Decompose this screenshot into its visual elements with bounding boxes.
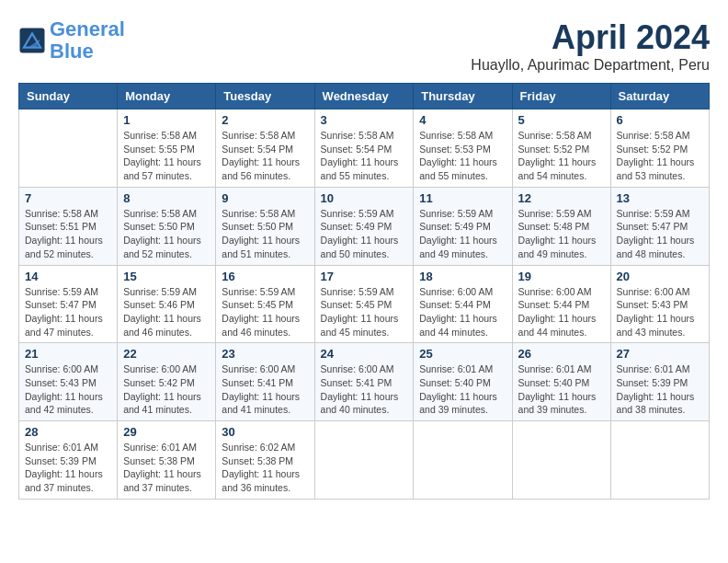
day-number: 18: [419, 270, 506, 283]
day-header-saturday: Saturday: [610, 84, 709, 109]
day-number: 7: [25, 191, 111, 205]
day-number: 24: [321, 347, 408, 361]
day-number: 21: [25, 347, 111, 361]
day-info: Sunrise: 5:59 AMSunset: 5:46 PMDaylight:…: [123, 285, 210, 339]
day-info: Sunrise: 6:00 AMSunset: 5:42 PMDaylight:…: [123, 362, 210, 417]
day-number: 27: [617, 347, 703, 361]
day-info: Sunrise: 5:58 AMSunset: 5:55 PMDaylight:…: [123, 129, 210, 183]
calendar-cell: 22Sunrise: 6:00 AMSunset: 5:42 PMDayligh…: [118, 343, 216, 421]
calendar-table: SundayMondayTuesdayWednesdayThursdayFrid…: [18, 83, 710, 500]
calendar-cell: [512, 421, 610, 500]
calendar-week-2: 7Sunrise: 5:58 AMSunset: 5:51 PMDaylight…: [19, 187, 710, 265]
day-number: 1: [123, 113, 210, 127]
day-info: Sunrise: 5:59 AMSunset: 5:47 PMDaylight:…: [25, 285, 111, 339]
calendar-cell: 9Sunrise: 5:58 AMSunset: 5:50 PMDaylight…: [216, 187, 314, 265]
day-info: Sunrise: 6:00 AMSunset: 5:41 PMDaylight:…: [222, 362, 308, 417]
day-number: 6: [617, 113, 703, 127]
day-info: Sunrise: 6:01 AMSunset: 5:40 PMDaylight:…: [518, 362, 605, 417]
day-number: 3: [321, 113, 408, 127]
calendar-header-row: SundayMondayTuesdayWednesdayThursdayFrid…: [19, 84, 710, 109]
day-number: 20: [617, 270, 703, 283]
logo-text: General Blue: [50, 18, 125, 63]
day-info: Sunrise: 6:00 AMSunset: 5:43 PMDaylight:…: [617, 285, 703, 339]
calendar-cell: 28Sunrise: 6:01 AMSunset: 5:39 PMDayligh…: [19, 421, 118, 500]
day-info: Sunrise: 6:02 AMSunset: 5:38 PMDaylight:…: [222, 441, 308, 495]
day-info: Sunrise: 5:59 AMSunset: 5:45 PMDaylight:…: [321, 285, 408, 339]
calendar-cell: 27Sunrise: 6:01 AMSunset: 5:39 PMDayligh…: [610, 343, 709, 421]
day-header-wednesday: Wednesday: [314, 84, 414, 109]
location-title: Huayllo, Apurimac Department, Peru: [471, 57, 710, 74]
calendar-cell: 4Sunrise: 5:58 AMSunset: 5:53 PMDaylight…: [414, 109, 512, 188]
calendar-cell: 1Sunrise: 5:58 AMSunset: 5:55 PMDaylight…: [118, 109, 216, 188]
calendar-cell: 13Sunrise: 5:59 AMSunset: 5:47 PMDayligh…: [610, 187, 709, 265]
day-info: Sunrise: 6:01 AMSunset: 5:38 PMDaylight:…: [123, 441, 210, 495]
calendar-week-4: 21Sunrise: 6:00 AMSunset: 5:43 PMDayligh…: [19, 343, 710, 421]
calendar-cell: 23Sunrise: 6:00 AMSunset: 5:41 PMDayligh…: [216, 343, 314, 421]
day-number: 12: [518, 191, 605, 205]
day-number: 10: [321, 191, 408, 205]
day-number: 4: [419, 113, 506, 127]
calendar-cell: 15Sunrise: 5:59 AMSunset: 5:46 PMDayligh…: [118, 265, 216, 343]
day-number: 22: [123, 347, 210, 361]
day-info: Sunrise: 5:58 AMSunset: 5:50 PMDaylight:…: [222, 207, 308, 261]
calendar-cell: 3Sunrise: 5:58 AMSunset: 5:54 PMDaylight…: [314, 109, 414, 188]
day-number: 19: [518, 270, 605, 283]
calendar-cell: 2Sunrise: 5:58 AMSunset: 5:54 PMDaylight…: [216, 109, 314, 188]
day-info: Sunrise: 5:58 AMSunset: 5:50 PMDaylight:…: [123, 207, 210, 261]
calendar-cell: 16Sunrise: 5:59 AMSunset: 5:45 PMDayligh…: [216, 265, 314, 343]
calendar-cell: 6Sunrise: 5:58 AMSunset: 5:52 PMDaylight…: [610, 109, 709, 188]
day-info: Sunrise: 5:59 AMSunset: 5:49 PMDaylight:…: [321, 207, 408, 261]
calendar-cell: [19, 109, 118, 188]
calendar-cell: 24Sunrise: 6:00 AMSunset: 5:41 PMDayligh…: [314, 343, 414, 421]
calendar-cell: 26Sunrise: 6:01 AMSunset: 5:40 PMDayligh…: [512, 343, 610, 421]
day-info: Sunrise: 5:58 AMSunset: 5:52 PMDaylight:…: [617, 129, 703, 183]
day-info: Sunrise: 5:58 AMSunset: 5:52 PMDaylight:…: [518, 129, 605, 183]
day-header-friday: Friday: [512, 84, 610, 109]
calendar-week-1: 1Sunrise: 5:58 AMSunset: 5:55 PMDaylight…: [19, 109, 710, 188]
calendar-cell: [414, 421, 512, 500]
day-header-monday: Monday: [118, 84, 216, 109]
calendar-cell: 14Sunrise: 5:59 AMSunset: 5:47 PMDayligh…: [19, 265, 118, 343]
day-number: 5: [518, 113, 605, 127]
calendar-cell: 25Sunrise: 6:01 AMSunset: 5:40 PMDayligh…: [414, 343, 512, 421]
calendar-week-5: 28Sunrise: 6:01 AMSunset: 5:39 PMDayligh…: [19, 421, 710, 500]
calendar-cell: 20Sunrise: 6:00 AMSunset: 5:43 PMDayligh…: [610, 265, 709, 343]
calendar-cell: 17Sunrise: 5:59 AMSunset: 5:45 PMDayligh…: [314, 265, 414, 343]
day-number: 14: [25, 270, 111, 283]
calendar-cell: 30Sunrise: 6:02 AMSunset: 5:38 PMDayligh…: [216, 421, 314, 500]
calendar-cell: 5Sunrise: 5:58 AMSunset: 5:52 PMDaylight…: [512, 109, 610, 188]
calendar-cell: 10Sunrise: 5:59 AMSunset: 5:49 PMDayligh…: [314, 187, 414, 265]
day-number: 25: [419, 347, 506, 361]
logo: General Blue: [18, 18, 125, 63]
page-header: General Blue April 2024 Huayllo, Apurima…: [18, 18, 710, 74]
day-info: Sunrise: 6:00 AMSunset: 5:43 PMDaylight:…: [25, 362, 111, 417]
day-info: Sunrise: 6:00 AMSunset: 5:44 PMDaylight:…: [419, 285, 506, 339]
day-number: 17: [321, 270, 408, 283]
day-number: 30: [222, 425, 308, 439]
day-info: Sunrise: 6:00 AMSunset: 5:41 PMDaylight:…: [321, 362, 408, 417]
day-number: 28: [25, 425, 111, 439]
calendar-cell: 19Sunrise: 6:00 AMSunset: 5:44 PMDayligh…: [512, 265, 610, 343]
day-number: 2: [222, 113, 308, 127]
day-info: Sunrise: 5:59 AMSunset: 5:47 PMDaylight:…: [617, 207, 703, 261]
day-info: Sunrise: 5:59 AMSunset: 5:49 PMDaylight:…: [419, 207, 506, 261]
day-info: Sunrise: 5:59 AMSunset: 5:48 PMDaylight:…: [518, 207, 605, 261]
day-header-thursday: Thursday: [414, 84, 512, 109]
calendar-cell: 8Sunrise: 5:58 AMSunset: 5:50 PMDaylight…: [118, 187, 216, 265]
calendar-cell: [314, 421, 414, 500]
calendar-cell: 29Sunrise: 6:01 AMSunset: 5:38 PMDayligh…: [118, 421, 216, 500]
calendar-cell: 7Sunrise: 5:58 AMSunset: 5:51 PMDaylight…: [19, 187, 118, 265]
calendar-cell: 12Sunrise: 5:59 AMSunset: 5:48 PMDayligh…: [512, 187, 610, 265]
calendar-week-3: 14Sunrise: 5:59 AMSunset: 5:47 PMDayligh…: [19, 265, 710, 343]
day-info: Sunrise: 5:58 AMSunset: 5:54 PMDaylight:…: [321, 129, 408, 183]
day-number: 13: [617, 191, 703, 205]
day-info: Sunrise: 5:58 AMSunset: 5:51 PMDaylight:…: [25, 207, 111, 261]
calendar-cell: 11Sunrise: 5:59 AMSunset: 5:49 PMDayligh…: [414, 187, 512, 265]
day-info: Sunrise: 6:00 AMSunset: 5:44 PMDaylight:…: [518, 285, 605, 339]
day-number: 16: [222, 270, 308, 283]
day-number: 11: [419, 191, 506, 205]
day-info: Sunrise: 5:58 AMSunset: 5:53 PMDaylight:…: [419, 129, 506, 183]
calendar-cell: 21Sunrise: 6:00 AMSunset: 5:43 PMDayligh…: [19, 343, 118, 421]
logo-icon: [18, 27, 46, 54]
day-number: 29: [123, 425, 210, 439]
